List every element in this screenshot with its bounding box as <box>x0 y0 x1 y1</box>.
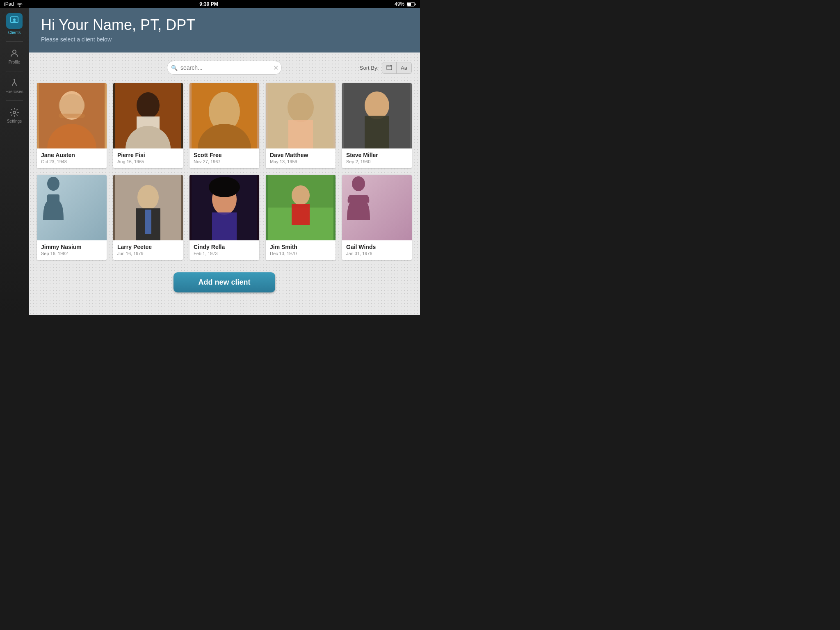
svg-rect-3 <box>407 3 411 6</box>
main-content: 🔍 ✕ Sort By: <box>29 52 420 315</box>
search-input[interactable] <box>167 61 282 75</box>
client-info: Jimmy Nasium Sep 16, 1982 <box>37 240 107 260</box>
client-photo <box>342 83 412 148</box>
svg-point-29 <box>365 91 389 119</box>
svg-point-8 <box>13 111 16 114</box>
status-time: 9:39 PM <box>199 1 218 7</box>
svg-point-31 <box>47 177 59 191</box>
client-dob: Nov 27, 1967 <box>194 159 255 164</box>
client-name: Dave Matthew <box>270 152 331 158</box>
client-info: Jane Austen Oct 23, 1948 <box>37 148 107 168</box>
client-info: Steve Miller Sep 2, 1960 <box>342 148 412 168</box>
client-card[interactable]: Larry Peetee Jun 16, 1979 <box>113 175 183 260</box>
sidebar-item-settings[interactable]: Settings <box>0 103 29 128</box>
client-card[interactable]: Steve Miller Sep 2, 1960 <box>342 83 412 168</box>
exercises-icon <box>9 78 19 88</box>
client-dob: May 13, 1959 <box>270 159 331 164</box>
sort-by-date-button[interactable] <box>382 62 397 73</box>
client-photo <box>37 83 107 148</box>
search-container: 🔍 ✕ <box>167 61 282 75</box>
client-card[interactable]: Scott Free Nov 27, 1967 <box>189 83 259 168</box>
client-card[interactable]: Pierre Fisi Aug 16, 1965 <box>113 83 183 168</box>
svg-rect-32 <box>47 194 59 203</box>
svg-rect-30 <box>365 116 389 148</box>
sort-buttons: Aa <box>382 62 412 74</box>
svg-point-26 <box>288 93 314 122</box>
client-info: Dave Matthew May 13, 1959 <box>266 148 336 168</box>
sidebar-item-clients[interactable]: Clients <box>0 8 29 40</box>
status-bar: iPad 9:39 PM 49% <box>0 0 420 8</box>
sort-by-alpha-button[interactable]: Aa <box>397 62 411 73</box>
client-photo <box>189 83 259 148</box>
svg-point-5 <box>13 18 16 21</box>
svg-rect-2 <box>415 3 415 5</box>
search-sort-bar: 🔍 ✕ Sort By: <box>37 61 412 75</box>
person-silhouette-icon <box>342 175 375 220</box>
svg-point-43 <box>292 185 310 205</box>
settings-label: Settings <box>7 119 22 123</box>
status-left: iPad <box>4 1 23 7</box>
search-icon: 🔍 <box>171 65 178 71</box>
client-name: Jane Austen <box>41 152 103 158</box>
clients-icon <box>9 16 19 25</box>
battery-label: 49% <box>395 1 404 7</box>
profile-icon <box>9 48 19 58</box>
add-new-client-button[interactable]: Add new client <box>173 272 275 292</box>
client-photo <box>113 83 183 148</box>
svg-rect-27 <box>288 120 313 148</box>
client-photo <box>266 175 336 240</box>
client-card[interactable]: Jane Austen Oct 23, 1948 <box>37 83 107 168</box>
client-card[interactable]: Dave Matthew May 13, 1959 <box>266 83 336 168</box>
client-dob: Feb 1, 1973 <box>194 251 255 256</box>
client-dob: Sep 16, 1982 <box>41 251 103 256</box>
svg-point-39 <box>209 177 240 197</box>
sidebar: Clients Profile Exercises <box>0 8 29 315</box>
search-clear-button[interactable]: ✕ <box>273 64 278 72</box>
client-info: Pierre Fisi Aug 16, 1965 <box>113 148 183 168</box>
client-card[interactable]: Jimmy Nasium Sep 16, 1982 <box>37 175 107 260</box>
client-card[interactable]: Jim Smith Dec 13, 1970 <box>266 175 336 260</box>
client-dob: Sep 2, 1960 <box>346 159 408 164</box>
client-name: Pierre Fisi <box>117 152 179 158</box>
client-card[interactable]: Gail Winds Jan 31, 1976 <box>342 175 412 260</box>
header-title: Hi Your Name, PT, DPT <box>41 16 408 34</box>
client-grid: Jane Austen Oct 23, 1948 Pierre Fisi Aug… <box>37 83 412 260</box>
svg-point-19 <box>137 92 160 119</box>
client-info: Jim Smith Dec 13, 1970 <box>266 240 336 260</box>
ipad-label: iPad <box>4 1 14 7</box>
svg-rect-40 <box>212 212 237 240</box>
client-name: Jim Smith <box>270 244 331 250</box>
client-name: Cindy Rella <box>194 244 255 250</box>
svg-point-16 <box>59 94 85 117</box>
client-info: Cindy Rella Feb 1, 1973 <box>189 240 259 260</box>
sidebar-item-exercises[interactable]: Exercises <box>0 73 29 99</box>
profile-label: Profile <box>9 60 20 64</box>
client-dob: Aug 16, 1965 <box>117 159 179 164</box>
sidebar-item-profile[interactable]: Profile <box>0 43 29 69</box>
client-name: Larry Peetee <box>117 244 179 250</box>
status-right: 49% <box>395 1 416 7</box>
sort-container: Sort By: Aa <box>360 62 412 74</box>
svg-rect-44 <box>292 204 310 225</box>
svg-rect-9 <box>387 65 392 70</box>
svg-rect-36 <box>145 210 151 234</box>
svg-point-34 <box>137 185 159 210</box>
content-area: Hi Your Name, PT, DPT Please select a cl… <box>29 8 420 315</box>
alpha-label: Aa <box>401 65 407 71</box>
client-name: Jimmy Nasium <box>41 244 103 250</box>
battery-icon <box>407 2 416 7</box>
client-name: Gail Winds <box>346 244 408 250</box>
exercises-label: Exercises <box>5 89 23 94</box>
svg-point-0 <box>19 6 21 7</box>
client-photo-placeholder <box>342 175 412 240</box>
header: Hi Your Name, PT, DPT Please select a cl… <box>29 8 420 52</box>
client-photo <box>113 175 183 240</box>
clients-label: Clients <box>8 30 21 35</box>
client-name: Scott Free <box>194 152 255 158</box>
svg-point-6 <box>13 50 16 53</box>
add-client-container: Add new client <box>37 268 412 301</box>
client-card[interactable]: Cindy Rella Feb 1, 1973 <box>189 175 259 260</box>
wifi-icon <box>16 2 23 7</box>
calendar-icon <box>386 64 392 70</box>
client-info: Gail Winds Jan 31, 1976 <box>342 240 412 260</box>
